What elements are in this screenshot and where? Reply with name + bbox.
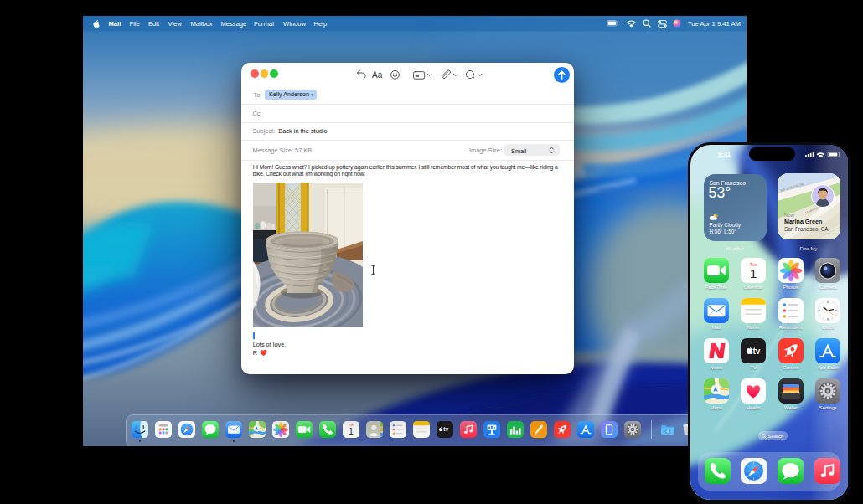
- svg-text:1: 1: [349, 426, 354, 436]
- svg-text:1: 1: [750, 266, 757, 280]
- svg-text:tv: tv: [443, 426, 448, 432]
- svg-text:Aa: Aa: [372, 70, 383, 80]
- svg-text:tv: tv: [753, 347, 761, 356]
